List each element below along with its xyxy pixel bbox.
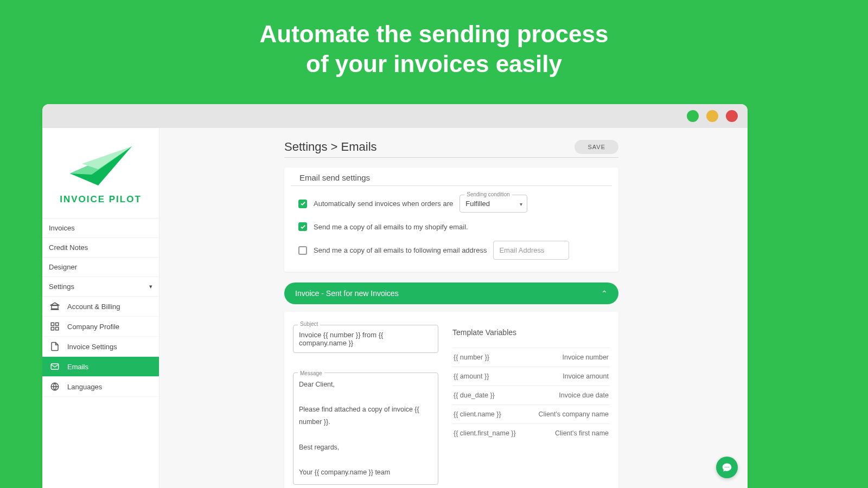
nav-designer[interactable]: Designer (42, 258, 159, 277)
chevron-down-icon: ▾ (149, 283, 152, 290)
logo: INVOICE PILOT (42, 128, 159, 219)
checkbox-copy-custom[interactable] (298, 246, 307, 255)
svg-point-7 (726, 467, 727, 468)
var-key: {{ number }} (454, 354, 489, 361)
mail-icon (50, 362, 60, 371)
subject-input[interactable]: Subject Invoice {{ number }} from {{ com… (293, 325, 438, 353)
bank-icon (50, 301, 60, 311)
page-header: Settings > Emails SAVE (284, 140, 618, 158)
var-desc: Client's company name (538, 410, 609, 418)
nav-sub-label: Company Profile (67, 323, 119, 331)
save-button[interactable]: SAVE (575, 140, 618, 154)
nav-sub-languages[interactable]: Languages (42, 377, 159, 397)
nav-sub-emails[interactable]: Emails (42, 357, 159, 377)
auto-send-label: Automatically send invoices when orders … (314, 200, 453, 208)
message-line: Dear Client, (299, 378, 432, 391)
email-address-input[interactable]: Email Address (493, 241, 569, 260)
nav-invoices[interactable]: Invoices (42, 219, 159, 238)
copy-shopify-label: Send me a copy of all emails to my shopi… (314, 223, 468, 231)
accordion-title: Invoice - Sent for new Invoices (295, 289, 399, 298)
message-line: Best regards, (299, 441, 432, 454)
hero-line1: Automate the sending process (0, 19, 868, 49)
var-key: {{ client.name }} (454, 410, 501, 418)
var-desc: Invoice number (563, 354, 609, 361)
traffic-light-yellow (706, 110, 718, 122)
var-desc: Invoice due date (559, 391, 609, 399)
checkbox-copy-shopify[interactable] (298, 222, 307, 231)
var-row: {{ client.first_name }} Client's first n… (452, 423, 610, 442)
breadcrumb: Settings > Emails (284, 140, 377, 154)
chat-fab[interactable] (716, 457, 738, 478)
var-row: {{ amount }} Invoice amount (452, 367, 610, 386)
var-desc: Client's first name (555, 429, 609, 437)
copy-custom-label: Send me a copy of all emails to followin… (314, 246, 487, 254)
message-line: Your {{ company.name }} team (299, 466, 432, 479)
globe-icon (50, 382, 60, 391)
message-label: Message (298, 369, 324, 379)
nav-credit-notes[interactable]: Credit Notes (42, 238, 159, 258)
app-window: INVOICE PILOT Invoices Credit Notes Desi… (42, 104, 748, 488)
accordion-body: Subject Invoice {{ number }} from {{ com… (284, 312, 618, 488)
var-row: {{ number }} Invoice number (452, 348, 610, 367)
nav-sub-label: Account & Billing (67, 303, 120, 311)
hero-title: Automate the sending process of your inv… (0, 0, 868, 79)
nav-sub-label: Invoice Settings (67, 343, 117, 351)
chevron-down-icon: ▾ (520, 201, 522, 207)
svg-rect-1 (56, 323, 59, 325)
logo-text: INVOICE PILOT (48, 194, 154, 205)
svg-point-8 (729, 467, 730, 468)
nav: Invoices Credit Notes Designer Settings … (42, 219, 159, 397)
nav-sub-company-profile[interactable]: Company Profile (42, 317, 159, 337)
accordion-invoice-sent[interactable]: Invoice - Sent for new Invoices ⌃ (284, 282, 618, 304)
svg-rect-3 (56, 328, 59, 330)
message-textarea[interactable]: Message Dear Client, Please find attache… (293, 373, 438, 485)
nav-sub-label: Emails (67, 363, 88, 371)
nav-settings[interactable]: Settings ▾ (42, 277, 159, 297)
checkbox-auto-send[interactable] (298, 200, 307, 208)
var-key: {{ amount }} (454, 373, 489, 380)
file-icon (50, 342, 60, 351)
svg-rect-2 (51, 328, 54, 330)
var-key: {{ due_date }} (454, 391, 495, 399)
template-variables-title: Template Variables (452, 325, 610, 348)
email-send-settings-card: Email send settings Automatically send i… (284, 168, 618, 272)
subject-value: Invoice {{ number }} from {{ company.nam… (299, 331, 383, 347)
logo-icon (66, 142, 136, 190)
chat-icon (722, 462, 732, 473)
nav-sub-account-billing[interactable]: Account & Billing (42, 297, 159, 317)
var-key: {{ client.first_name }} (454, 429, 516, 437)
grid-icon (50, 322, 60, 331)
sidebar: INVOICE PILOT Invoices Credit Notes Desi… (42, 128, 159, 488)
nav-sub-label: Languages (67, 383, 102, 391)
var-row: {{ client.name }} Client's company name (452, 404, 610, 423)
traffic-light-green (687, 110, 699, 122)
window-chrome (42, 104, 748, 128)
select-value: Fulfilled (465, 200, 490, 208)
message-line: Please find attached a copy of invoice {… (299, 403, 432, 428)
main: Settings > Emails SAVE Email send settin… (159, 128, 748, 488)
chevron-up-icon: ⌃ (601, 289, 608, 298)
card-title: Email send settings (291, 168, 612, 186)
nav-sub-invoice-settings[interactable]: Invoice Settings (42, 337, 159, 357)
svg-point-6 (725, 467, 726, 468)
subject-label: Subject (298, 321, 320, 327)
traffic-light-red (726, 110, 738, 122)
var-row: {{ due_date }} Invoice due date (452, 386, 610, 404)
hero-line2: of your invoices easily (0, 49, 868, 79)
svg-rect-0 (51, 323, 54, 325)
select-label: Sending condition (464, 191, 512, 197)
sending-condition-select[interactable]: Sending condition Fulfilled ▾ (459, 195, 527, 213)
var-desc: Invoice amount (563, 373, 609, 380)
